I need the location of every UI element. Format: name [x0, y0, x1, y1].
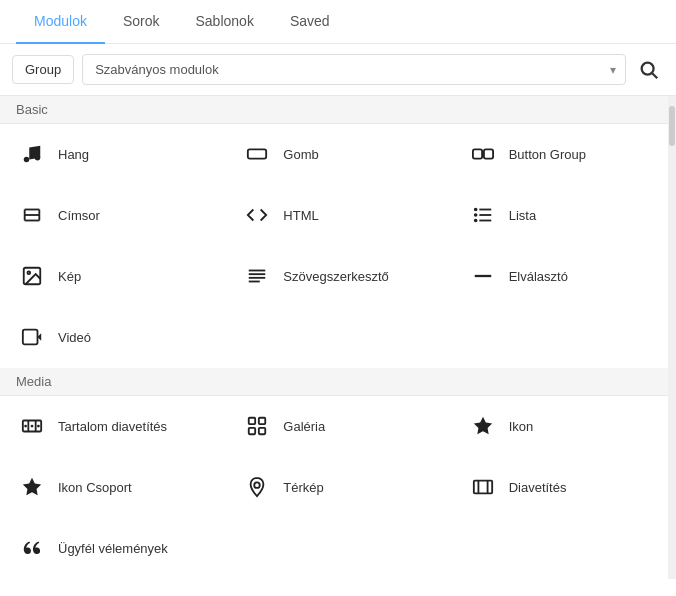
module-label-lista: Lista: [509, 208, 536, 223]
video-icon: [16, 321, 48, 353]
search-button[interactable]: [634, 55, 664, 85]
module-item-gomb[interactable]: Gomb: [225, 124, 450, 185]
svg-point-3: [35, 155, 41, 161]
module-label-szovegszerkeszto: Szövegszerkesztő: [283, 269, 389, 284]
svg-marker-38: [23, 478, 41, 495]
slideshow-icon: [16, 410, 48, 442]
code-icon: [241, 199, 273, 231]
svg-point-32: [37, 425, 40, 428]
svg-point-19: [27, 271, 30, 274]
svg-rect-36: [259, 428, 265, 434]
star-group-icon: [16, 471, 48, 503]
module-label-hang: Hang: [58, 147, 89, 162]
svg-point-30: [24, 425, 27, 428]
music-icon: [16, 138, 48, 170]
button-icon: [241, 138, 273, 170]
scrollbar-thumb[interactable]: [669, 106, 675, 146]
module-item-galeria[interactable]: Galéria: [225, 396, 450, 457]
svg-point-2: [24, 157, 30, 163]
module-label-kep: Kép: [58, 269, 81, 284]
module-label-diavetites: Diavetítés: [509, 480, 567, 495]
module-item-ikon[interactable]: Ikon: [451, 396, 676, 457]
quote-icon: [16, 532, 48, 564]
module-item-html[interactable]: HTML: [225, 185, 450, 246]
svg-rect-40: [473, 481, 491, 494]
module-item-ugyfel-velemenyek[interactable]: Ügyfél vélemények: [0, 518, 225, 579]
tab-sablonok[interactable]: Sablonok: [178, 0, 272, 44]
main-content: Basic Hang Gomb: [0, 96, 676, 579]
module-label-button-group: Button Group: [509, 147, 586, 162]
basic-module-grid: Hang Gomb Button Group: [0, 124, 676, 368]
svg-point-15: [474, 209, 476, 211]
svg-line-1: [652, 73, 657, 78]
svg-point-0: [642, 62, 654, 74]
module-item-cimsor[interactable]: Címsor: [0, 185, 225, 246]
module-item-terkep[interactable]: Térkép: [225, 457, 450, 518]
module-type-select[interactable]: Szabványos modulok: [82, 54, 626, 85]
module-item-video[interactable]: Videó: [0, 307, 225, 368]
module-label-html: HTML: [283, 208, 318, 223]
tab-sorok[interactable]: Sorok: [105, 0, 178, 44]
module-label-tartalom-diavetites: Tartalom diavetítés: [58, 419, 167, 434]
svg-rect-5: [473, 149, 482, 158]
slideshow2-icon: [467, 471, 499, 503]
svg-rect-25: [23, 330, 38, 345]
module-item-ikon-csoport[interactable]: Ikon Csoport: [0, 457, 225, 518]
text-editor-icon: [241, 260, 273, 292]
divider-icon: [467, 260, 499, 292]
button-group-icon: [467, 138, 499, 170]
module-item-elvalaszto[interactable]: Elválasztó: [451, 246, 676, 307]
star-icon: [467, 410, 499, 442]
tab-modulok[interactable]: Modulok: [16, 0, 105, 44]
module-label-galeria: Galéria: [283, 419, 325, 434]
module-label-ugyfel-velemenyek: Ügyfél vélemények: [58, 541, 168, 556]
map-icon: [241, 471, 273, 503]
svg-point-31: [31, 425, 34, 428]
module-label-elvalaszto: Elválasztó: [509, 269, 568, 284]
list-icon: [467, 199, 499, 231]
svg-point-39: [255, 482, 261, 488]
module-label-cimsor: Címsor: [58, 208, 100, 223]
gallery-icon: [241, 410, 273, 442]
svg-point-17: [474, 220, 476, 222]
module-item-tartalom-diavetites[interactable]: Tartalom diavetítés: [0, 396, 225, 457]
svg-rect-35: [249, 428, 255, 434]
module-item-lista[interactable]: Lista: [451, 185, 676, 246]
scrollbar-track[interactable]: [668, 96, 676, 579]
module-item-kep[interactable]: Kép: [0, 246, 225, 307]
search-row: Group Szabványos modulok ▾: [0, 44, 676, 96]
group-button[interactable]: Group: [12, 55, 74, 84]
media-module-grid: Tartalom diavetítés Galéria Ikon: [0, 396, 676, 579]
image-icon: [16, 260, 48, 292]
tab-saved[interactable]: Saved: [272, 0, 348, 44]
module-item-button-group[interactable]: Button Group: [451, 124, 676, 185]
module-item-szovegszerkeszto[interactable]: Szövegszerkesztő: [225, 246, 450, 307]
svg-rect-6: [484, 149, 493, 158]
module-label-terkep: Térkép: [283, 480, 323, 495]
svg-marker-37: [473, 417, 491, 434]
search-icon: [638, 59, 660, 81]
module-item-hang[interactable]: Hang: [0, 124, 225, 185]
select-wrap: Szabványos modulok ▾: [82, 54, 626, 85]
module-label-ikon-csoport: Ikon Csoport: [58, 480, 132, 495]
module-label-video: Videó: [58, 330, 91, 345]
module-item-diavetites[interactable]: Diavetítés: [451, 457, 676, 518]
svg-rect-4: [248, 149, 266, 158]
svg-rect-33: [249, 418, 255, 424]
section-header-basic: Basic: [0, 96, 676, 124]
heading-icon: [16, 199, 48, 231]
module-label-ikon: Ikon: [509, 419, 534, 434]
module-label-gomb: Gomb: [283, 147, 318, 162]
svg-point-16: [474, 214, 476, 216]
svg-rect-34: [259, 418, 265, 424]
top-nav: Modulok Sorok Sablonok Saved: [0, 0, 676, 44]
section-header-media: Media: [0, 368, 676, 396]
